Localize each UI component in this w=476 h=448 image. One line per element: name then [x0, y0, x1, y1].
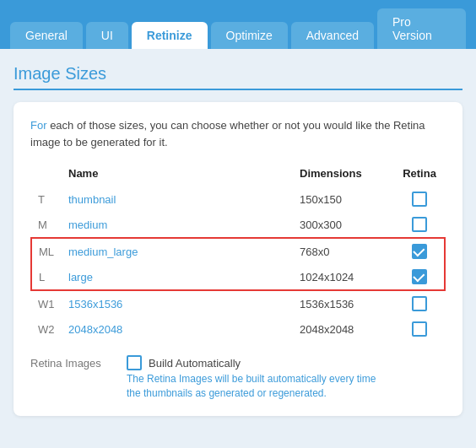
col-code-header — [31, 164, 62, 186]
table-row: L large 1024x1024 — [31, 264, 445, 290]
table-row: ML medium_large 768x0 — [31, 238, 445, 264]
table-row: T thumbnail 150x150 — [31, 186, 445, 212]
row-retina[interactable] — [394, 316, 445, 342]
col-dim-header: Dimensions — [293, 164, 394, 186]
card: For each of those sizes, you can choose … — [14, 102, 462, 416]
retina-build-label: Build Automatically — [149, 357, 241, 370]
row-name[interactable]: 2048x2048 — [62, 316, 293, 342]
row-name[interactable]: large — [62, 264, 293, 290]
row-name[interactable]: medium — [62, 212, 293, 238]
description-text: each of those sizes, you can choose whet… — [30, 119, 425, 148]
row-code: L — [31, 264, 62, 290]
retina-build-row: Build Automatically — [127, 355, 380, 370]
row-code: M — [31, 212, 62, 238]
row-dimensions: 300x300 — [293, 212, 394, 238]
image-sizes-table: Name Dimensions Retina T thumbnail 150x1… — [30, 164, 446, 342]
retina-images-right: Build Automatically The Retina Images wi… — [127, 355, 380, 401]
table-row: W2 2048x2048 2048x2048 — [31, 316, 445, 342]
table-row: W1 1536x1536 1536x1536 — [31, 290, 445, 316]
row-dimensions: 1536x1536 — [293, 290, 394, 316]
retina-build-checkbox[interactable] — [127, 355, 142, 370]
row-retina[interactable] — [394, 186, 445, 212]
row-dimensions: 150x150 — [293, 186, 394, 212]
row-retina[interactable] — [394, 264, 445, 290]
row-retina[interactable] — [394, 212, 445, 238]
retina-checkbox[interactable] — [412, 244, 427, 259]
main-content: Image Sizes For each of those sizes, you… — [0, 49, 476, 448]
tab-retinize[interactable]: Retinize — [132, 22, 208, 49]
retina-checkbox[interactable] — [412, 217, 427, 232]
description-highlight: For — [30, 119, 47, 132]
tab-optimize[interactable]: Optimize — [211, 22, 288, 49]
row-retina[interactable] — [394, 290, 445, 316]
retina-checkbox[interactable] — [412, 192, 427, 207]
tab-ui[interactable]: UI — [86, 22, 128, 49]
retina-checkbox[interactable] — [412, 321, 427, 337]
row-code: ML — [31, 238, 62, 264]
retina-checkbox[interactable] — [412, 296, 427, 311]
tab-advanced[interactable]: Advanced — [291, 22, 374, 49]
row-dimensions: 1024x1024 — [293, 264, 394, 290]
row-retina[interactable] — [394, 238, 445, 264]
row-code: W2 — [31, 316, 62, 342]
table-row: M medium 300x300 — [31, 212, 445, 238]
row-name[interactable]: thumbnail — [62, 186, 293, 212]
retina-build-desc: The Retina Images will be built automati… — [127, 372, 380, 401]
tab-pro-version[interactable]: Pro Version — [377, 8, 466, 49]
retina-checkbox[interactable] — [412, 269, 427, 284]
retina-images-row: Retina Images Build Automatically The Re… — [30, 355, 446, 401]
row-name[interactable]: 1536x1536 — [62, 290, 293, 316]
description: For each of those sizes, you can choose … — [30, 117, 446, 150]
col-retina-header: Retina — [394, 164, 445, 186]
tab-general[interactable]: General — [10, 22, 83, 49]
row-name[interactable]: medium_large — [62, 238, 293, 264]
row-dimensions: 768x0 — [293, 238, 394, 264]
row-code: W1 — [31, 290, 62, 316]
retina-images-label: Retina Images — [30, 355, 115, 370]
col-name-header: Name — [62, 164, 293, 186]
row-code: T — [31, 186, 62, 212]
row-dimensions: 2048x2048 — [293, 316, 394, 342]
section-title: Image Sizes — [14, 64, 462, 90]
tabs-bar: GeneralUIRetinizeOptimizeAdvancedPro Ver… — [0, 0, 476, 49]
